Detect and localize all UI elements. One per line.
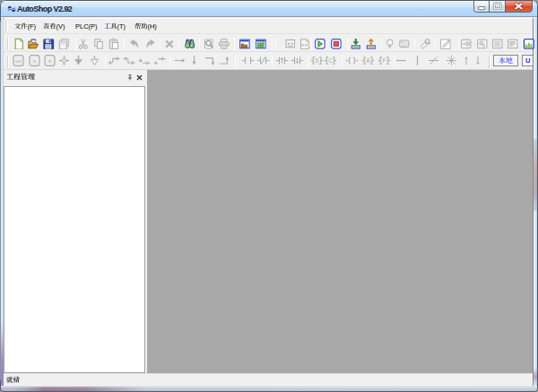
svg-text:A: A bbox=[366, 57, 370, 64]
svg-text:C: C bbox=[328, 57, 333, 64]
svg-text:F: F bbox=[382, 57, 386, 64]
svg-text:PLC: PLC bbox=[401, 40, 408, 45]
svg-text:s: s bbox=[48, 58, 51, 64]
svg-text:S: S bbox=[315, 57, 319, 64]
svg-text:s: s bbox=[33, 58, 36, 64]
svg-text:uc: uc bbox=[16, 58, 22, 64]
